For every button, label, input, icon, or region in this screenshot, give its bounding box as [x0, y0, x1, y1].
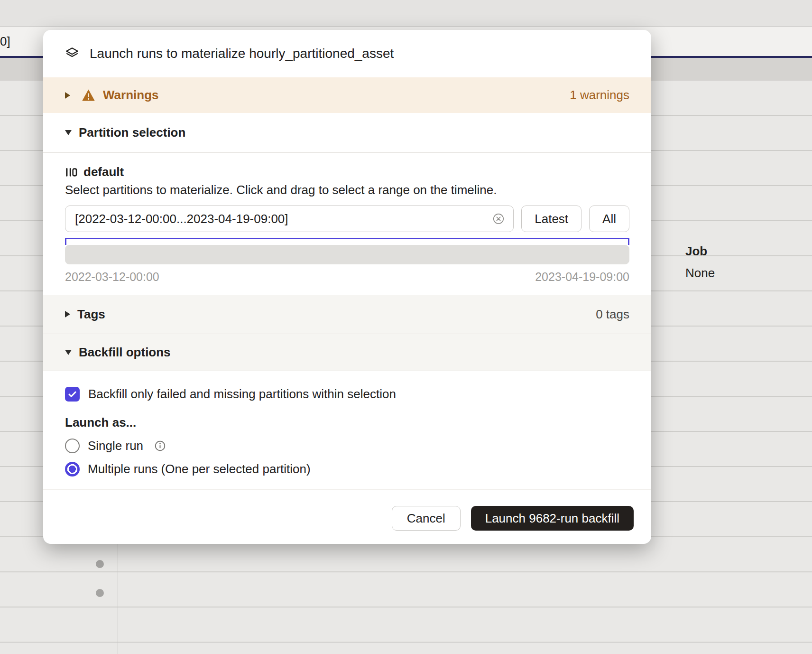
- partition-dimension-icon: [65, 166, 77, 178]
- tags-label: Tags: [77, 307, 105, 322]
- partition-selection-header: Partition selection: [79, 125, 185, 140]
- timeline-range-labels: 2022-03-12-00:00 2023-04-19-09:00: [65, 270, 629, 284]
- chevron-right-icon: [65, 311, 70, 318]
- cancel-button[interactable]: Cancel: [392, 506, 461, 531]
- launch-backfill-button[interactable]: Launch 9682-run backfill: [471, 506, 634, 531]
- warnings-section-toggle[interactable]: Warnings 1 warnings: [43, 77, 651, 113]
- background-column-divider: [118, 544, 118, 654]
- dialog-header: Launch runs to materialize hourly_partit…: [43, 30, 651, 77]
- partition-timeline[interactable]: [65, 238, 629, 264]
- job-summary: Job None: [685, 244, 715, 280]
- tags-count: 0 tags: [596, 307, 629, 322]
- radio-unselected[interactable]: [65, 439, 80, 453]
- clear-input-icon[interactable]: [492, 213, 505, 225]
- job-value: None: [685, 266, 715, 280]
- chevron-right-icon: [65, 92, 70, 99]
- tags-section-toggle[interactable]: Tags 0 tags: [43, 295, 651, 334]
- truncated-text: 0]: [0, 34, 10, 49]
- checkmark-icon: [67, 389, 77, 399]
- multiple-runs-label: Multiple runs (One per selected partitio…: [88, 462, 311, 476]
- single-run-radio-row[interactable]: Single run: [65, 439, 629, 453]
- materialize-icon: [65, 47, 79, 61]
- range-end-label: 2023-04-19-09:00: [535, 270, 629, 284]
- status-dot: [96, 589, 104, 597]
- chevron-down-icon: [65, 350, 72, 355]
- range-start-label: 2022-03-12-00:00: [65, 270, 159, 284]
- partition-input-row: [2022-03-12-00:00...2023-04-19-09:00] La…: [65, 206, 629, 232]
- status-dot: [96, 560, 104, 568]
- launch-backfill-dialog: Launch runs to materialize hourly_partit…: [43, 30, 651, 544]
- latest-button[interactable]: Latest: [521, 206, 581, 232]
- launch-as-label: Launch as...: [65, 415, 629, 430]
- backfill-options-toggle[interactable]: Backfill options: [43, 334, 651, 371]
- partition-selection-toggle[interactable]: Partition selection: [43, 113, 651, 153]
- partition-range-input[interactable]: [2022-03-12-00:00...2023-04-19-09:00]: [65, 206, 514, 232]
- failed-missing-checkbox-row[interactable]: Backfill only failed and missing partiti…: [65, 387, 629, 402]
- warnings-count: 1 warnings: [570, 88, 629, 103]
- backfill-options-header: Backfill options: [79, 345, 171, 360]
- timeline-health-bar[interactable]: [65, 245, 629, 264]
- timeline-selection-outline: [65, 238, 629, 245]
- partition-range-value: [2022-03-12-00:00...2023-04-19-09:00]: [75, 212, 492, 226]
- checkbox-label: Backfill only failed and missing partiti…: [88, 387, 396, 402]
- picker-description: Select partitions to materialize. Click …: [65, 183, 629, 197]
- info-icon[interactable]: [154, 440, 166, 452]
- all-button[interactable]: All: [589, 206, 629, 232]
- warning-icon: [82, 89, 95, 102]
- dimension-name: default: [83, 165, 124, 179]
- job-label: Job: [685, 244, 715, 259]
- dialog-title: Launch runs to materialize hourly_partit…: [90, 46, 394, 61]
- screen: 0] Job None Launch runs to materialize h…: [0, 0, 812, 654]
- chevron-down-icon: [65, 130, 72, 135]
- background-toolbar: [0, 0, 812, 27]
- single-run-label: Single run: [88, 439, 143, 453]
- radio-selected[interactable]: [65, 462, 80, 476]
- dialog-footer: Cancel Launch 9682-run backfill: [43, 489, 651, 544]
- checked-checkbox[interactable]: [65, 387, 80, 402]
- dimension-row: default: [65, 165, 629, 179]
- backfill-options-body: Backfill only failed and missing partiti…: [43, 371, 651, 489]
- multiple-runs-radio-row[interactable]: Multiple runs (One per selected partitio…: [65, 462, 629, 476]
- partition-picker: default Select partitions to materialize…: [43, 153, 651, 295]
- warnings-label: Warnings: [103, 88, 158, 103]
